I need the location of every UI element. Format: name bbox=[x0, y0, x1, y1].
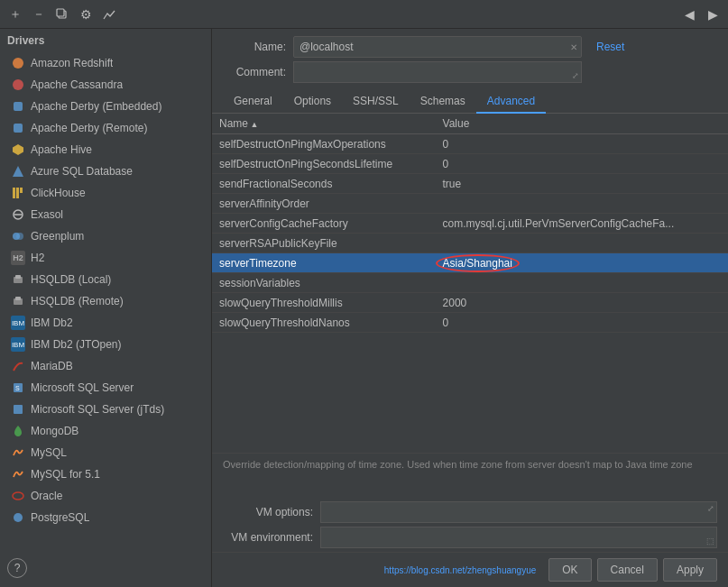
property-name-cell: slowQueryThresholdMillis bbox=[212, 293, 436, 313]
table-row[interactable]: selfDestructOnPingSecondsLifetime0 bbox=[212, 154, 728, 174]
tab-general[interactable]: General bbox=[223, 90, 283, 114]
property-name-cell: serverConfigCacheFactory bbox=[212, 214, 436, 234]
remove-button[interactable]: － bbox=[29, 5, 49, 24]
chart-button[interactable] bbox=[99, 5, 119, 24]
vm-environment-input[interactable] bbox=[325, 531, 713, 544]
sidebar-item-apache-hive[interactable]: Apache Hive bbox=[0, 139, 211, 161]
hsqldb-local-icon bbox=[11, 272, 25, 287]
sidebar-label: Apache Derby (Embedded) bbox=[31, 100, 161, 113]
sidebar-item-exasol[interactable]: Exasol bbox=[0, 204, 211, 225]
table-row[interactable]: sessionVariables bbox=[212, 273, 728, 293]
reset-link[interactable]: Reset bbox=[596, 41, 624, 53]
footer-url: https://blog.csdn.net/zhengshuangyue bbox=[223, 565, 536, 575]
table-row[interactable]: slowQueryThresholdNanos0 bbox=[212, 313, 728, 333]
column-name-header[interactable]: Name bbox=[212, 114, 436, 134]
tab-advanced[interactable]: Advanced bbox=[476, 90, 546, 114]
sidebar-label: Azure SQL Database bbox=[31, 165, 133, 178]
expand-vm-env-icon[interactable]: ⬚ bbox=[706, 537, 714, 546]
sidebar-item-mysql[interactable]: MySQL bbox=[0, 442, 211, 463]
sidebar-item-ibm-db2[interactable]: IBM IBM Db2 bbox=[0, 312, 211, 334]
vm-options-row: VM options: ⤢ bbox=[223, 501, 717, 523]
sidebar-item-apache-cassandra[interactable]: Apache Cassandra bbox=[0, 74, 211, 96]
table-row[interactable]: sendFractionalSecondstrue bbox=[212, 174, 728, 194]
sidebar-item-mysql-51[interactable]: MySQL for 5.1 bbox=[0, 463, 211, 485]
tab-options[interactable]: Options bbox=[283, 90, 342, 114]
sidebar-label: Apache Hive bbox=[31, 143, 92, 156]
sidebar-item-azure-sql[interactable]: Azure SQL Database bbox=[0, 161, 211, 182]
apply-button[interactable]: Apply bbox=[663, 558, 717, 582]
help-button[interactable]: ? bbox=[7, 558, 27, 578]
sidebar-label: HSQLDB (Local) bbox=[31, 273, 111, 286]
svg-point-14 bbox=[16, 233, 23, 240]
property-value-cell[interactable] bbox=[436, 234, 728, 253]
name-input[interactable] bbox=[299, 41, 576, 53]
comment-input[interactable] bbox=[298, 66, 577, 78]
sidebar-label: Exasol bbox=[31, 208, 63, 221]
redshift-icon bbox=[11, 56, 25, 70]
name-input-wrapper: ✕ bbox=[293, 36, 582, 58]
property-value-cell[interactable]: com.mysql.cj.util.PerVmServerConfigCache… bbox=[436, 214, 728, 234]
svg-marker-7 bbox=[13, 166, 23, 177]
ibm-db2-icon: IBM bbox=[11, 316, 25, 330]
table-row[interactable]: slowQueryThresholdMillis2000 bbox=[212, 293, 728, 313]
vm-options-input[interactable] bbox=[325, 506, 713, 518]
sidebar-header: Drivers bbox=[0, 29, 211, 52]
sidebar-item-apache-derby-remote[interactable]: Apache Derby (Remote) bbox=[0, 117, 211, 139]
sidebar-item-ibm-db2-jtopen[interactable]: IBM IBM Db2 (JTOpen) bbox=[0, 334, 211, 355]
property-value-cell[interactable]: 0 bbox=[436, 154, 728, 174]
sidebar-item-oracle[interactable]: Oracle bbox=[0, 485, 211, 507]
settings-button[interactable]: ⚙ bbox=[76, 5, 96, 24]
table-row[interactable]: serverConfigCacheFactorycom.mysql.cj.uti… bbox=[212, 214, 728, 234]
sidebar-item-amazon-redshift[interactable]: Amazon Redshift bbox=[0, 52, 211, 74]
svg-rect-16 bbox=[15, 275, 21, 279]
tabs-bar: General Options SSH/SSL Schemas Advanced bbox=[212, 90, 728, 114]
sidebar-item-h2[interactable]: H2 H2 bbox=[0, 247, 211, 269]
sidebar-item-hsqldb-local[interactable]: HSQLDB (Local) bbox=[0, 269, 211, 290]
sidebar-item-mssql[interactable]: S Microsoft SQL Server bbox=[0, 377, 211, 399]
vm-section: VM options: ⤢ VM environment: ⬚ bbox=[212, 498, 728, 552]
nav-forward-button[interactable]: ▶ bbox=[703, 5, 723, 24]
clear-name-icon[interactable]: ✕ bbox=[570, 42, 577, 52]
sidebar-item-mssql-jtds[interactable]: Microsoft SQL Server (jTds) bbox=[0, 399, 211, 420]
ok-button[interactable]: OK bbox=[548, 558, 591, 582]
tab-ssh-ssl[interactable]: SSH/SSL bbox=[342, 90, 410, 114]
copy-button[interactable] bbox=[52, 5, 72, 24]
expand-comment-icon[interactable]: ⤢ bbox=[572, 71, 579, 80]
sidebar-label: PostgreSQL bbox=[31, 511, 89, 524]
property-value-cell[interactable]: Asia/Shanghai bbox=[436, 253, 728, 273]
sidebar-label: Oracle bbox=[31, 490, 62, 502]
mysql-51-icon bbox=[11, 467, 25, 482]
sidebar-item-apache-derby-embedded[interactable]: Apache Derby (Embedded) bbox=[0, 96, 211, 117]
vm-options-label: VM options: bbox=[223, 506, 313, 518]
cancel-button[interactable]: Cancel bbox=[597, 558, 658, 582]
nav-buttons: ◀ ▶ bbox=[679, 5, 723, 24]
column-value-header: Value bbox=[436, 114, 728, 134]
sidebar-item-clickhouse[interactable]: ClickHouse bbox=[0, 182, 211, 204]
property-value-cell[interactable]: 0 bbox=[436, 134, 728, 154]
svg-rect-9 bbox=[16, 188, 19, 198]
property-value-cell[interactable] bbox=[436, 273, 728, 293]
mongodb-icon bbox=[11, 424, 25, 438]
new-button[interactable]: ＋ bbox=[5, 5, 25, 24]
sidebar-item-mariadb[interactable]: MariaDB bbox=[0, 355, 211, 377]
expand-vm-options-icon[interactable]: ⤢ bbox=[707, 504, 714, 513]
property-value-cell[interactable]: 0 bbox=[436, 313, 728, 333]
property-name-cell: selfDestructOnPingMaxOperations bbox=[212, 134, 436, 154]
table-row[interactable]: serverTimezoneAsia/Shanghai bbox=[212, 253, 728, 273]
sidebar-item-mongodb[interactable]: MongoDB bbox=[0, 420, 211, 442]
sidebar-item-greenplum[interactable]: Greenplum bbox=[0, 225, 211, 247]
table-row[interactable]: serverAffinityOrder bbox=[212, 194, 728, 214]
property-value-cell[interactable] bbox=[436, 194, 728, 214]
property-value-cell[interactable]: 2000 bbox=[436, 293, 728, 313]
h2-icon: H2 bbox=[11, 251, 25, 265]
nav-back-button[interactable]: ◀ bbox=[679, 5, 699, 24]
sidebar-item-hsqldb-remote[interactable]: HSQLDB (Remote) bbox=[0, 290, 211, 312]
table-row[interactable]: selfDestructOnPingMaxOperations0 bbox=[212, 134, 728, 154]
sidebar-item-postgresql[interactable]: PostgreSQL bbox=[0, 507, 211, 528]
tab-schemas[interactable]: Schemas bbox=[410, 90, 476, 114]
oracle-icon bbox=[11, 489, 25, 503]
cassandra-icon bbox=[11, 78, 25, 92]
property-value-cell[interactable]: true bbox=[436, 174, 728, 194]
table-row[interactable]: serverRSAPublicKeyFile bbox=[212, 234, 728, 253]
vm-environment-row: VM environment: ⬚ bbox=[223, 527, 717, 548]
